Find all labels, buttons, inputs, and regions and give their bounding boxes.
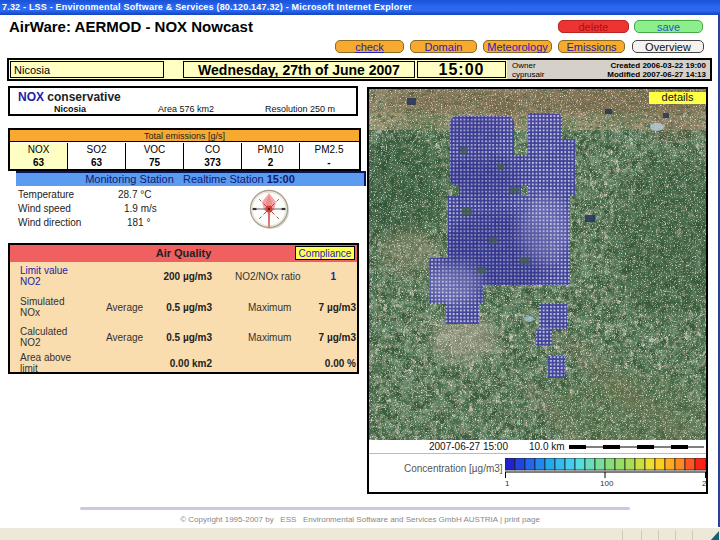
- svg-text:2: 2: [702, 479, 706, 488]
- svg-text:100: 100: [600, 479, 614, 488]
- svg-text:1: 1: [505, 479, 510, 488]
